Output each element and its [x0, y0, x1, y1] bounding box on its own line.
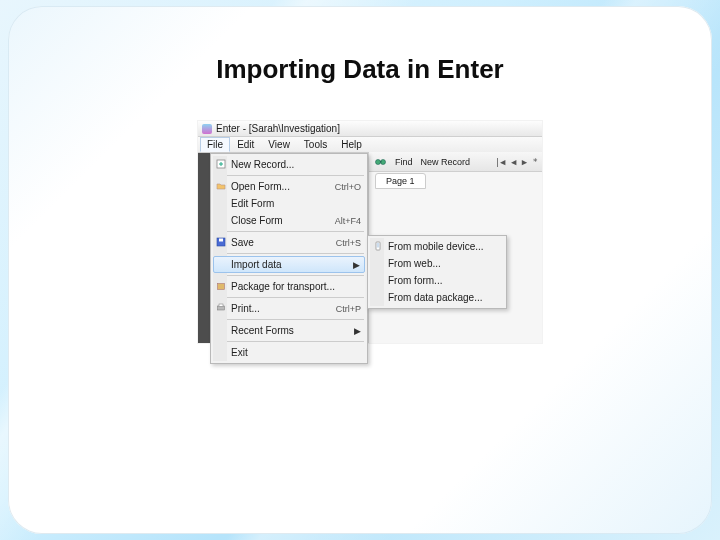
menu-item-label: From form...	[388, 275, 442, 286]
shortcut-label: Alt+F4	[335, 216, 361, 226]
menu-item-label: Recent Forms	[231, 325, 294, 336]
submenu-item-from-web[interactable]: From web...	[370, 255, 504, 272]
open-icon	[216, 181, 226, 191]
new-record-label[interactable]: New Record	[421, 157, 471, 167]
slide-title: Importing Data in Enter	[8, 54, 712, 85]
menu-separator	[214, 231, 364, 232]
menu-item-edit-form[interactable]: Edit Form	[213, 195, 365, 212]
menu-item-label: Print...	[231, 303, 260, 314]
menu-edit[interactable]: Edit	[230, 137, 261, 152]
submenu-item-from-mobile[interactable]: From mobile device...	[370, 238, 504, 255]
menu-item-label: From data package...	[388, 292, 483, 303]
import-submenu: From mobile device... From web... From f…	[367, 235, 507, 309]
shortcut-label: Ctrl+O	[335, 182, 361, 192]
work-area: Find New Record |◀ ◀ ▶ * Page 1 New Reco…	[198, 153, 542, 343]
menu-tools[interactable]: Tools	[297, 137, 334, 152]
menu-item-label: From web...	[388, 258, 441, 269]
new-record-icon	[216, 159, 226, 169]
find-label[interactable]: Find	[395, 157, 413, 167]
svg-point-0	[376, 159, 381, 164]
menu-item-label: New Record...	[231, 159, 294, 170]
shortcut-label: Ctrl+P	[336, 304, 361, 314]
menu-bar: File Edit View Tools Help	[198, 137, 542, 153]
page-tab-1[interactable]: Page 1	[375, 173, 426, 189]
save-icon	[216, 237, 226, 247]
submenu-arrow-icon: ▶	[354, 326, 361, 336]
menu-help[interactable]: Help	[334, 137, 369, 152]
find-icon[interactable]	[375, 157, 387, 167]
slide-card: Importing Data in Enter Enter - [Sarah\I…	[8, 6, 712, 534]
menu-separator	[214, 175, 364, 176]
svg-rect-10	[377, 243, 379, 248]
menu-item-label: Open Form...	[231, 181, 290, 192]
submenu-item-from-form[interactable]: From form...	[370, 272, 504, 289]
menu-item-label: Exit	[231, 347, 248, 358]
shortcut-label: Ctrl+S	[336, 238, 361, 248]
svg-rect-6	[218, 284, 225, 290]
menu-separator	[214, 319, 364, 320]
submenu-item-from-package[interactable]: From data package...	[370, 289, 504, 306]
menu-item-label: From mobile device...	[388, 241, 484, 252]
menu-item-package[interactable]: Package for transport...	[213, 278, 365, 295]
menu-item-label: Import data	[231, 259, 282, 270]
package-icon	[216, 281, 226, 291]
menu-item-print[interactable]: Print... Ctrl+P	[213, 300, 365, 317]
svg-rect-5	[219, 239, 223, 242]
mobile-icon	[373, 241, 383, 251]
menu-item-label: Edit Form	[231, 198, 274, 209]
menu-item-close-form[interactable]: Close Form Alt+F4	[213, 212, 365, 229]
toolbar: Find New Record |◀ ◀ ▶ *	[369, 152, 542, 172]
menu-item-new-record[interactable]: New Record...	[213, 156, 365, 173]
title-bar: Enter - [Sarah\Investigation]	[198, 121, 542, 137]
menu-separator	[214, 275, 364, 276]
menu-separator	[214, 297, 364, 298]
svg-rect-8	[219, 304, 223, 307]
menu-file[interactable]: File	[200, 137, 230, 152]
menu-item-label: Close Form	[231, 215, 283, 226]
menu-item-open-form[interactable]: Open Form... Ctrl+O	[213, 178, 365, 195]
svg-rect-2	[380, 161, 382, 163]
left-panel	[198, 153, 210, 343]
submenu-arrow-icon: ▶	[353, 260, 360, 270]
page-tabs: Page 1	[375, 173, 426, 189]
menu-view[interactable]: View	[261, 137, 297, 152]
menu-item-save[interactable]: Save Ctrl+S	[213, 234, 365, 251]
menu-item-label: Save	[231, 237, 254, 248]
print-icon	[216, 303, 226, 313]
menu-separator	[214, 341, 364, 342]
menu-item-import-data[interactable]: Import data ▶	[213, 256, 365, 273]
app-window: Enter - [Sarah\Investigation] File Edit …	[198, 121, 542, 343]
window-title: Enter - [Sarah\Investigation]	[216, 123, 340, 134]
menu-item-exit[interactable]: Exit	[213, 344, 365, 361]
app-icon	[202, 124, 212, 134]
file-dropdown: New Record... Open Form... Ctrl+O Edit F…	[210, 153, 368, 364]
menu-separator	[214, 253, 364, 254]
record-nav[interactable]: |◀ ◀ ▶ *	[495, 157, 542, 167]
menu-item-label: Package for transport...	[231, 281, 335, 292]
menu-item-recent-forms[interactable]: Recent Forms ▶	[213, 322, 365, 339]
